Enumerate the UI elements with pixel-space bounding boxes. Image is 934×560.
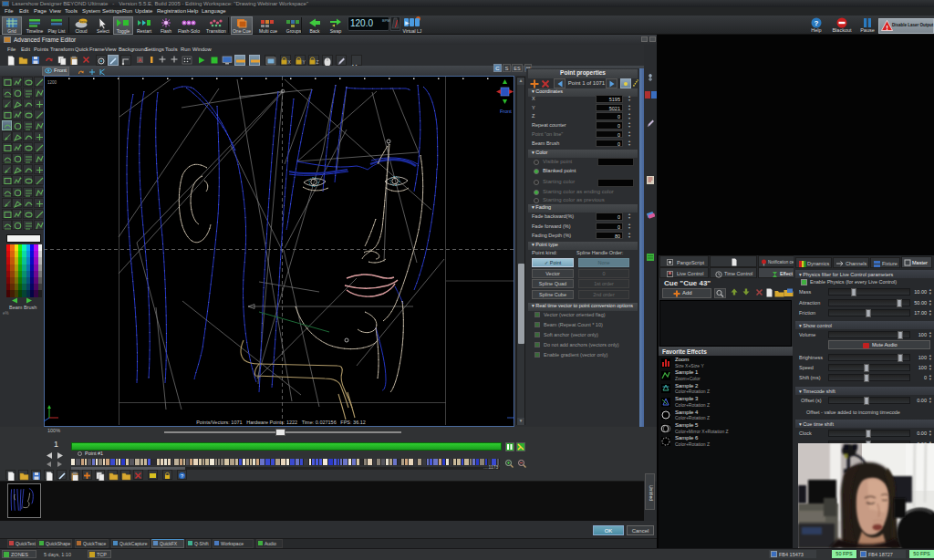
svg-text:!: ! xyxy=(886,24,888,32)
svg-text:Y: Y xyxy=(303,59,306,65)
svg-text:Front: Front xyxy=(500,109,512,114)
svg-text:X: X xyxy=(288,59,292,65)
svg-text:?: ? xyxy=(815,19,819,27)
svg-text:Points/Vectors: 1071 Hardwar: Points/Vectors: 1071 Hardware Points: 12… xyxy=(196,420,366,425)
svg-text:beta: beta xyxy=(80,19,87,23)
svg-text:1200: 1200 xyxy=(47,80,57,85)
svg-text:A: A xyxy=(138,57,142,63)
svg-text:?: ? xyxy=(181,473,183,479)
svg-text:Z: Z xyxy=(317,59,319,65)
svg-text:▶: ▶ xyxy=(405,20,410,26)
